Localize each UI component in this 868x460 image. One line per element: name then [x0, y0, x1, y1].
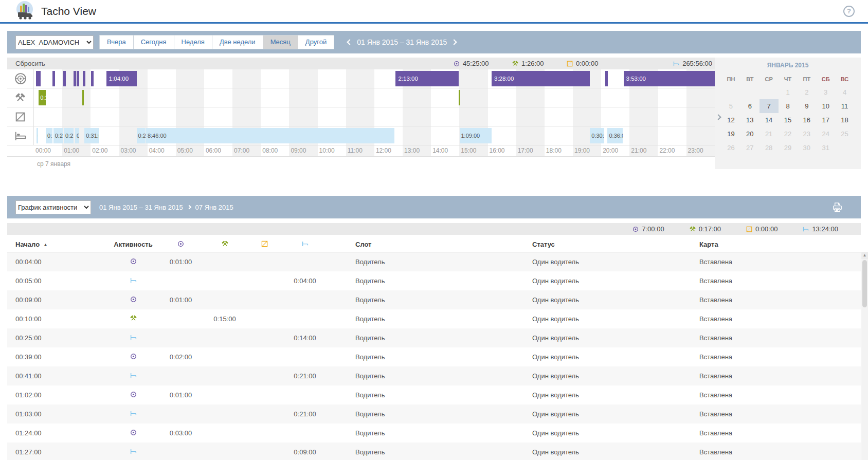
table-row[interactable]: 00:09:000:01:00ВодительОдин водительВста… — [7, 290, 861, 309]
range-button[interactable]: Вчера — [99, 35, 134, 49]
calendar-day[interactable]: 8 — [779, 99, 798, 113]
calendar-day: 27 — [740, 141, 760, 155]
calendar-day[interactable]: 20 — [740, 127, 760, 141]
rest-bar[interactable]: 0:31:00 — [84, 128, 99, 143]
driving-bar[interactable] — [74, 71, 76, 86]
axis-label: 04:00 — [148, 145, 176, 156]
table-row[interactable]: 00:39:000:02:00ВодительОдин водительВста… — [7, 347, 861, 366]
driving-bar[interactable]: 2:13:00 — [395, 71, 458, 86]
calendar-day[interactable]: 16 — [797, 113, 816, 127]
rest-bar[interactable]: 0:20:00 — [137, 128, 146, 143]
range-button[interactable]: Неделя — [174, 35, 212, 49]
cell-card: Вставлена — [665, 353, 861, 361]
range-button[interactable]: Две недели — [212, 35, 263, 49]
rest-bar[interactable]: 0:30:00 — [590, 128, 604, 143]
driving-bar[interactable]: 1:04:00 — [106, 71, 137, 86]
day-total-availability: 0:00:00 — [746, 225, 777, 233]
table-row[interactable]: 01:24:000:03:00ВодительОдин водительВста… — [7, 424, 861, 443]
column-card[interactable]: Карта — [665, 241, 861, 248]
range-button[interactable]: Месяц — [263, 35, 298, 49]
driving-bar[interactable] — [52, 71, 55, 86]
scroll-thumb[interactable] — [862, 260, 867, 307]
calendar-day[interactable]: 14 — [760, 113, 779, 127]
driving-bar[interactable] — [91, 71, 94, 86]
driving-bar[interactable] — [38, 71, 41, 86]
work-bar[interactable] — [459, 90, 460, 105]
rest-bar[interactable]: 0:09:00 — [75, 128, 79, 143]
rest-bar[interactable]: 0:21:00 — [64, 128, 74, 143]
calendar-day[interactable]: 15 — [779, 113, 798, 127]
calendar-day[interactable]: 9 — [797, 99, 816, 113]
view-select[interactable]: График активности — [15, 200, 91, 214]
column-rest-icon[interactable] — [284, 240, 326, 249]
calendar-collapse-icon[interactable] — [715, 114, 721, 120]
axis-label: 15:00 — [459, 145, 487, 156]
calendar-day[interactable]: 12 — [721, 113, 740, 127]
table-row[interactable]: 01:02:000:01:00ВодительОдин водительВста… — [7, 385, 861, 404]
calendar-day[interactable]: 11 — [835, 99, 854, 113]
help-icon[interactable]: ? — [843, 6, 855, 17]
rest-bar[interactable]: 0:04:00 — [37, 128, 39, 143]
calendar-day[interactable]: 13 — [740, 113, 760, 127]
reset-button[interactable]: Сбросить — [15, 60, 45, 67]
calendar-day[interactable]: 17 — [816, 113, 835, 127]
column-availability-icon[interactable] — [244, 240, 284, 249]
prev-period-icon[interactable] — [347, 39, 353, 45]
driving-bar[interactable] — [605, 71, 608, 86]
calendar-day: 25 — [835, 127, 854, 141]
activity-type-icon — [110, 277, 156, 286]
driving-bar[interactable]: 3:28:00 — [492, 71, 590, 86]
print-icon[interactable] — [831, 201, 843, 215]
cell-start-time: 01:03:00 — [7, 410, 110, 418]
calendar-day: 30 — [797, 141, 816, 155]
driving-bar[interactable] — [77, 71, 79, 86]
scroll-up-icon[interactable]: ▲ — [861, 252, 868, 259]
column-driving-icon[interactable] — [156, 240, 205, 249]
calendar-day — [760, 85, 779, 99]
rest-bar[interactable]: 0:14:00 — [46, 128, 52, 143]
breadcrumb-range[interactable]: 01 Янв 2015 – 31 Янв 2015 — [99, 204, 183, 211]
table-row[interactable]: 00:41:000:21:00ВодительОдин водительВста… — [7, 366, 861, 385]
driving-bar[interactable]: 3:53:00 — [624, 71, 715, 86]
table-row[interactable]: 00:05:000:04:00ВодительОдин водительВста… — [7, 271, 861, 290]
calendar-day[interactable]: 6 — [740, 99, 760, 113]
table-row[interactable]: 01:03:000:21:00ВодительОдин водительВста… — [7, 404, 861, 424]
calendar-weekday: ВС — [835, 73, 854, 85]
next-period-icon[interactable] — [451, 39, 457, 45]
calendar-day-selected[interactable]: 7 — [760, 99, 779, 113]
table-row[interactable]: 00:25:000:14:00ВодительОдин водительВста… — [7, 328, 861, 347]
column-status[interactable]: Статус — [495, 241, 665, 248]
column-activity[interactable]: Активность — [110, 241, 156, 248]
range-button[interactable]: Другой — [298, 35, 334, 49]
column-work-icon[interactable] — [205, 240, 244, 249]
column-slot[interactable]: Слот — [326, 241, 495, 248]
work-bar[interactable]: 0:15:00 — [39, 90, 46, 105]
calendar-day — [721, 85, 740, 99]
rest-bar[interactable]: 1:09:00 — [460, 128, 492, 143]
calendar-day[interactable]: 19 — [721, 127, 740, 141]
table-scrollbar[interactable]: ▲ — [861, 252, 868, 460]
driving-bar[interactable] — [63, 71, 66, 86]
cell-slot: Водитель — [326, 372, 495, 380]
range-button[interactable]: Сегодня — [133, 35, 174, 49]
column-start[interactable]: Начало▲ — [7, 241, 110, 248]
cell-start-time: 00:04:00 — [7, 258, 110, 266]
rest-bar[interactable]: 8:46:00 — [146, 128, 394, 143]
driving-bar[interactable] — [83, 71, 85, 86]
cell-start-time: 01:02:00 — [7, 391, 110, 399]
calendar-day[interactable]: 18 — [835, 113, 854, 127]
table-row[interactable]: 01:27:000:09:00ВодительОдин водительВста… — [7, 443, 861, 460]
table-row[interactable]: 00:10:000:15:00ВодительОдин водительВста… — [7, 309, 861, 328]
activity-type-icon — [110, 315, 156, 324]
timeline-row-rest: 0:04:000:14:000:21:000:21:000:09:000:31:… — [7, 126, 715, 145]
table-row[interactable]: 00:04:000:01:00ВодительОдин водительВста… — [7, 252, 861, 271]
driver-select[interactable]: ALEX_ADAMOVICH — [15, 35, 94, 49]
axis-label: 17:00 — [516, 145, 545, 156]
work-bar[interactable] — [82, 90, 84, 105]
rest-bar[interactable]: 0:36:00 — [607, 128, 622, 143]
activity-type-icon — [110, 448, 156, 457]
timeline-row-availability — [7, 107, 715, 126]
calendar-day[interactable]: 10 — [816, 99, 835, 113]
rest-bar[interactable]: 0:21:00 — [53, 128, 63, 143]
cell-rest-duration: 0:04:00 — [284, 277, 326, 285]
